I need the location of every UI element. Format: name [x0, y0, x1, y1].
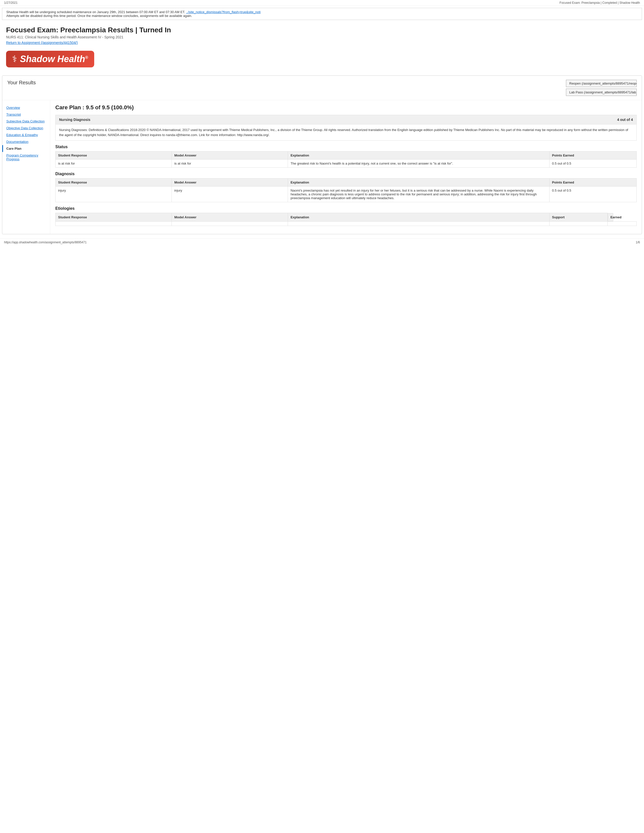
browser-tab-title: Focused Exam: Preeclampsia | Completed |…: [560, 1, 640, 5]
shadow-health-logo: ⚕ Shadow Health®: [6, 51, 94, 68]
etiologies-model: [172, 221, 288, 226]
diagnosis-col-points: Points Earned: [549, 178, 636, 187]
sidebar-item-documentation[interactable]: Documentation: [2, 138, 50, 145]
etiologies-table: Student Response Model Answer Explanatio…: [55, 213, 637, 226]
sidebar-item-careplan[interactable]: Care Plan: [2, 145, 50, 152]
etiologies-col-student: Student Response: [56, 213, 172, 222]
status-table: Student Response Model Answer Explanatio…: [55, 151, 637, 167]
footer-bar: https://app.shadowhealth.com/assignment_…: [0, 238, 644, 246]
content-layout: Overview Transcript Subjective Data Coll…: [2, 100, 642, 234]
diagnosis-table: Student Response Model Answer Explanatio…: [55, 178, 637, 202]
browser-date: 1/27/2021: [4, 1, 18, 5]
status-col-explanation: Explanation: [288, 151, 549, 159]
status-title: Status: [55, 145, 637, 149]
notice-banner: Shadow Health will be undergoing schedul…: [2, 8, 642, 20]
logo-area: ⚕ Shadow Health®: [0, 47, 644, 71]
etiologies-explanation: [288, 221, 549, 226]
etiologies-col-earned: Earned: [608, 213, 613, 221]
diagnosis-points: 0.5 out of 0.5: [549, 187, 636, 202]
sidebar-item-objective[interactable]: Objective Data Collection: [2, 125, 50, 132]
status-student-response: is at risk for: [56, 159, 172, 167]
logo-text: Shadow Health®: [20, 54, 88, 64]
your-results-title: Your Results: [7, 80, 36, 85]
page-header: Focused Exam: Preeclampsia Results | Tur…: [0, 22, 644, 47]
sidebar-item-overview[interactable]: Overview: [2, 104, 50, 111]
etiologies-title: Etiologies: [55, 206, 637, 211]
sidebar-item-subjective[interactable]: Subjective Data Collection: [2, 118, 50, 125]
table-row: is at risk for is at risk for The greate…: [56, 159, 637, 167]
status-col-points: Points Earned: [549, 151, 636, 159]
status-explanation: The greatest risk to Naomi's health is a…: [288, 159, 549, 167]
etiologies-student: [56, 221, 172, 226]
diagnosis-col-explanation: Explanation: [288, 178, 549, 187]
notice-text2: Attempts will be disabled during this ti…: [6, 14, 192, 18]
table-row: [56, 221, 637, 226]
sidebar-item-competency[interactable]: Program Competency Progress: [2, 152, 50, 162]
status-model-answer: is at risk for: [172, 159, 288, 167]
nursing-diagnosis-score: 4 out of 4: [617, 117, 633, 122]
nursing-diagnosis-label: Nursing Diagnosis: [59, 117, 90, 122]
main-content: Care Plan : 9.5 of 9.5 (100.0%) Nursing …: [50, 100, 642, 234]
labpass-button[interactable]: Lab Pass (/assignment_attempts/8895471/l…: [566, 88, 637, 96]
diagnosis-col-model: Model Answer: [172, 178, 288, 187]
page-subtitle: NURS 411: Clinical Nursing Skills and He…: [6, 35, 638, 39]
results-container: Your Results Reopen (/assignment_attempt…: [2, 76, 642, 234]
table-row: injury injury Naomi's preeclampsia has n…: [56, 187, 637, 202]
diagnosis-student-response: injury: [56, 187, 172, 202]
status-points: 0.5 out of 0.5: [549, 159, 636, 167]
logo-icon: ⚕: [12, 54, 17, 64]
notice-link[interactable]: ../site_notice_dismissals?from_flash=tru…: [186, 10, 261, 14]
etiologies-col-explanation: Explanation: [288, 213, 549, 222]
footer-url: https://app.shadowhealth.com/assignment_…: [4, 241, 87, 244]
nursing-diagnosis-header: Nursing Diagnosis 4 out of 4: [55, 115, 637, 124]
notice-text1: Shadow Health will be undergoing schedul…: [6, 10, 185, 14]
status-col-student: Student Response: [56, 151, 172, 159]
footer-page-number: 1/6: [636, 241, 640, 244]
etiologies-support: [549, 221, 607, 226]
sidebar: Overview Transcript Subjective Data Coll…: [2, 100, 50, 234]
diagnosis-title: Diagnosis: [55, 172, 637, 176]
results-header: Your Results Reopen (/assignment_attempt…: [2, 76, 642, 100]
etiologies-points: [607, 221, 636, 226]
care-plan-title: Care Plan : 9.5 of 9.5 (100.0%): [55, 104, 637, 111]
browser-tab-bar: 1/27/2021 Focused Exam: Preeclampsia | C…: [0, 0, 644, 6]
sidebar-item-transcript[interactable]: Transcript: [2, 111, 50, 118]
page-title: Focused Exam: Preeclampsia Results | Tur…: [6, 26, 638, 34]
diagnosis-explanation: Naomi's preeclampsia has not yet resulte…: [288, 187, 549, 202]
nd-description: Nursing Diagnoses: Definitions & Classif…: [55, 124, 637, 141]
results-buttons: Reopen (/assignment_attempts/8895471/reo…: [566, 80, 637, 96]
diagnosis-model-answer: injury: [172, 187, 288, 202]
reopen-button[interactable]: Reopen (/assignment_attempts/8895471/reo…: [566, 80, 637, 87]
etiologies-col-support: Support: [549, 213, 607, 222]
return-to-assignment-link[interactable]: Return to Assignment (/assignments/44150…: [6, 41, 78, 45]
etiologies-col-model: Model Answer: [172, 213, 288, 222]
sidebar-item-education[interactable]: Education & Empathy: [2, 132, 50, 138]
diagnosis-col-student: Student Response: [56, 178, 172, 187]
status-col-model: Model Answer: [172, 151, 288, 159]
